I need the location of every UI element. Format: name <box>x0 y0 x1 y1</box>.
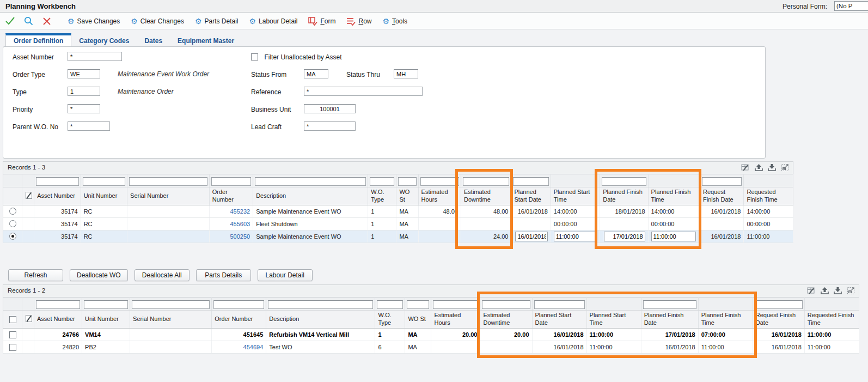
column-header[interactable]: W.O. Type <box>375 311 405 329</box>
column-header[interactable]: WO St <box>396 187 418 205</box>
column-header[interactable]: Planned Finish Time <box>648 187 700 205</box>
ok-button[interactable] <box>4 16 15 27</box>
column-header[interactable]: Estimated Hours <box>418 187 461 205</box>
table-row[interactable]: 24820PB2454694Test WO6MA16/01/201811:00:… <box>3 341 859 354</box>
column-header[interactable]: W.O. Type <box>368 187 396 205</box>
customize-grid-icon[interactable] <box>807 287 816 295</box>
personal-form-select[interactable]: (No P <box>834 1 868 11</box>
customize-grid-icon[interactable] <box>741 163 750 172</box>
grid-cell-input[interactable] <box>554 232 596 241</box>
labour-detail-button-2[interactable]: Labour Detail <box>258 269 313 281</box>
column-header[interactable]: Planned Start Date <box>511 187 551 205</box>
column-header[interactable]: Description <box>253 187 368 205</box>
column-header[interactable]: Planned Finish Date <box>641 311 698 329</box>
qbe-filter-input[interactable] <box>377 300 403 309</box>
tab-equipment-master[interactable]: Equipment Master <box>170 34 242 47</box>
qbe-filter-input[interactable] <box>255 177 366 186</box>
status-from-field[interactable] <box>304 69 328 78</box>
qbe-filter-input[interactable] <box>534 300 585 309</box>
export-grid-icon[interactable] <box>821 287 829 295</box>
column-header[interactable]: Planned Start Time <box>586 311 641 329</box>
qbe-filter-input[interactable] <box>84 300 128 309</box>
lead-craft-field[interactable] <box>304 122 356 131</box>
column-header[interactable]: WO St <box>405 311 431 329</box>
column-header[interactable]: Order Number <box>209 187 253 205</box>
column-header[interactable]: Planned Finish Date <box>600 187 648 205</box>
row-radio[interactable] <box>9 208 16 215</box>
qbe-filter-input[interactable] <box>398 177 416 186</box>
priority-field[interactable] <box>68 104 100 113</box>
row-menu[interactable]: Row <box>346 17 371 26</box>
asset-number-field[interactable] <box>68 52 122 61</box>
parts-details-button[interactable]: Parts Details <box>196 269 251 281</box>
deallocate-wo-button[interactable]: Deallocate WO <box>70 269 128 281</box>
import-grid-icon[interactable] <box>768 163 776 172</box>
tab-dates[interactable]: Dates <box>137 34 170 47</box>
status-thru-field[interactable] <box>394 69 418 78</box>
row-radio[interactable] <box>9 220 16 227</box>
order-number-link[interactable]: 455603 <box>230 221 250 227</box>
column-header[interactable]: Description <box>266 311 375 329</box>
qbe-filter-input[interactable] <box>420 177 459 186</box>
parts-detail-button[interactable]: ⚙ Parts Detail <box>195 17 239 25</box>
column-header[interactable]: Requested Finish Time <box>804 311 859 329</box>
row-radio[interactable] <box>9 233 16 240</box>
table-row[interactable]: 35174RC500250Sample Maintenance Event WO… <box>3 231 793 243</box>
form-menu[interactable]: Form <box>308 17 335 26</box>
filter-unallocated-checkbox[interactable] <box>251 53 258 60</box>
business-unit-field[interactable] <box>304 104 356 113</box>
tools-menu[interactable]: ⚙ Tools <box>382 17 407 25</box>
qbe-filter-input[interactable] <box>702 177 742 186</box>
column-header[interactable]: Unit Number <box>81 187 127 205</box>
qbe-filter-input[interactable] <box>36 300 80 309</box>
qbe-filter-input[interactable] <box>370 177 394 186</box>
qbe-filter-input[interactable] <box>602 177 646 186</box>
table-row[interactable]: 35174RC455232Sample Maintenance Event WO… <box>3 205 793 218</box>
find-button[interactable] <box>23 16 34 27</box>
column-header[interactable]: Requested Finish Time <box>744 187 793 205</box>
table-row[interactable]: 24766VM14451645Refurbish VM14 Vertical M… <box>3 329 859 341</box>
qbe-filter-input[interactable] <box>463 177 509 186</box>
column-header[interactable]: Unit Number <box>82 311 130 329</box>
detach-grid-icon[interactable] <box>781 163 790 172</box>
column-header[interactable]: Estimated Hours <box>431 311 480 329</box>
column-header[interactable]: Request Finish Date <box>700 187 744 205</box>
column-header[interactable]: Planned Start Time <box>551 187 600 205</box>
column-header[interactable]: Order Number <box>212 311 266 329</box>
deallocate-all-button[interactable]: Deallocate All <box>135 269 190 281</box>
order-number-link[interactable]: 500250 <box>230 233 250 240</box>
column-header[interactable]: Estimated Downtime <box>461 187 511 205</box>
column-header[interactable]: Asset Number <box>34 311 82 329</box>
qbe-filter-input[interactable] <box>433 300 478 309</box>
reference-field[interactable] <box>304 87 423 96</box>
order-number-link[interactable]: 455232 <box>230 208 250 215</box>
column-header[interactable]: Serial Number <box>127 187 210 205</box>
qbe-filter-input[interactable] <box>83 177 125 186</box>
qbe-filter-input[interactable] <box>129 177 207 186</box>
type-field[interactable] <box>68 87 100 96</box>
column-header[interactable]: Serial Number <box>130 311 212 329</box>
qbe-filter-input[interactable] <box>482 300 530 309</box>
qbe-filter-input[interactable] <box>268 300 373 309</box>
labour-detail-button[interactable]: ⚙ Labour Detail <box>249 17 298 25</box>
qbe-filter-input[interactable] <box>407 300 429 309</box>
qbe-filter-input[interactable] <box>643 300 696 309</box>
column-header[interactable]: Planned Finish Time <box>698 311 753 329</box>
tab-category-codes[interactable]: Category Codes <box>71 34 137 47</box>
close-button[interactable] <box>41 16 52 27</box>
row-checkbox[interactable] <box>9 344 16 351</box>
import-grid-icon[interactable] <box>834 287 842 295</box>
column-header[interactable]: Request Finish Date <box>753 311 804 329</box>
grid-cell-input[interactable] <box>651 232 696 241</box>
refresh-button[interactable]: Refresh <box>8 269 63 281</box>
order-type-field[interactable] <box>68 69 100 78</box>
qbe-filter-input[interactable] <box>132 300 210 309</box>
table-row[interactable]: 35174RC455603Fleet Shutdown1MA00:00:0000… <box>3 218 793 231</box>
save-changes-button[interactable]: ⚙ Save Changes <box>68 17 120 25</box>
export-grid-icon[interactable] <box>755 163 763 172</box>
qbe-filter-input[interactable] <box>513 177 548 186</box>
grid-cell-input[interactable] <box>515 232 547 241</box>
order-number-link[interactable]: 454694 <box>243 344 264 350</box>
qbe-filter-input[interactable] <box>211 177 251 186</box>
grid-cell-input[interactable] <box>604 232 645 241</box>
